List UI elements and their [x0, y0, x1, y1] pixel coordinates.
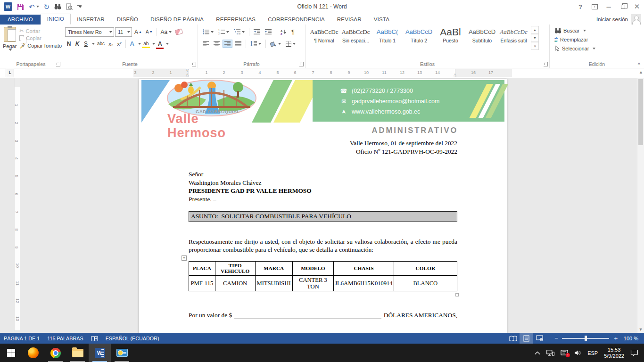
web-layout-button[interactable]: [533, 333, 546, 344]
tab-archivo[interactable]: ARCHIVO: [0, 15, 41, 25]
tab-diseno[interactable]: DISEÑO: [111, 15, 144, 25]
underline-caret-icon[interactable]: [92, 43, 95, 45]
borders-caret-icon[interactable]: [293, 43, 296, 45]
taskbar-word[interactable]: W: [89, 344, 111, 362]
scroll-up-arrow[interactable]: ▲: [639, 70, 643, 74]
change-case-button[interactable]: Aa: [159, 28, 173, 36]
minimize-button[interactable]: ─: [602, 1, 616, 12]
cell-chasis[interactable]: JL6AMB6H15K010914: [334, 275, 394, 291]
table-move-handle[interactable]: [182, 255, 187, 261]
cell-color[interactable]: BLANCO: [394, 275, 457, 291]
zoom-out-button[interactable]: −: [554, 335, 558, 341]
numbering-button[interactable]: 12: [216, 28, 231, 36]
style-titulo-1[interactable]: AaBbC(Título 1: [372, 26, 403, 50]
taskbar-chrome[interactable]: [44, 344, 66, 362]
multilevel-caret-icon[interactable]: [242, 31, 245, 33]
close-button[interactable]: ✕: [630, 1, 644, 12]
bold-button[interactable]: N: [65, 40, 73, 48]
action-center-button[interactable]: [630, 349, 638, 356]
vertical-scrollbar[interactable]: ▼: [637, 78, 644, 333]
styles-scroll-up-button[interactable]: ▲: [531, 26, 539, 34]
paste-button[interactable]: Pegar: [3, 26, 17, 60]
cell-marca[interactable]: MITSUBISHI: [255, 275, 292, 291]
cell-modelo[interactable]: CANTER 3 TON: [292, 275, 334, 291]
tab-correspondencia[interactable]: CORRESPONDENCIA: [262, 15, 331, 25]
align-right-button[interactable]: [223, 40, 232, 48]
taskbar-firefox[interactable]: [22, 344, 44, 362]
estilos-dialog-launcher[interactable]: [544, 62, 548, 66]
paste-caret-icon[interactable]: [9, 49, 12, 51]
header-tipo-vehiculo[interactable]: TIPO VEHICULO: [215, 261, 255, 275]
underline-button[interactable]: S: [82, 40, 90, 48]
collapse-ribbon-button[interactable]: ^: [638, 62, 640, 66]
text-effects-button[interactable]: A: [128, 40, 136, 48]
tab-stop-selector[interactable]: L: [6, 69, 14, 77]
tab-referencias[interactable]: REFERENCIAS: [210, 15, 262, 25]
font-color-caret-icon[interactable]: [166, 43, 169, 45]
cut-button[interactable]: ✂Cortar: [19, 28, 62, 34]
copy-button[interactable]: Copiar: [19, 35, 62, 41]
sign-in[interactable]: Iniciar sesión: [596, 14, 644, 25]
style-normal[interactable]: AaBbCcDc¶ Normal: [308, 26, 340, 50]
styles-more-button[interactable]: ⊽: [531, 42, 539, 50]
select-caret-icon[interactable]: [593, 48, 595, 49]
text-effects-caret-icon[interactable]: [138, 43, 141, 45]
replace-button[interactable]: abac Reemplazar: [554, 35, 642, 44]
clock[interactable]: 15:53 5/9/2022: [604, 347, 624, 359]
header-color[interactable]: COLOR: [394, 261, 457, 275]
style-sin-espaciado[interactable]: AaBbCcDcSin espaci...: [340, 26, 372, 50]
tab-revisar[interactable]: REVISAR: [331, 15, 368, 25]
proofing-status[interactable]: [87, 333, 102, 344]
zoom-in-button[interactable]: ＋: [613, 335, 619, 341]
numbering-caret-icon[interactable]: [226, 31, 229, 33]
italic-button[interactable]: K: [74, 40, 81, 48]
highlight-caret-icon[interactable]: [152, 43, 155, 45]
styles-scroll-down-button[interactable]: ▼: [531, 34, 539, 42]
tab-insertar[interactable]: INSERTAR: [71, 15, 111, 25]
keyboard-language[interactable]: ESP: [587, 350, 598, 356]
tray-expand-button[interactable]: [535, 351, 540, 355]
grow-font-button[interactable]: A▲: [133, 28, 143, 36]
document-page[interactable]: GAD PARROQUIAL Valle Hermoso ☎(02)277322…: [139, 79, 507, 333]
language-indicator[interactable]: ESPAÑOL (ECUADOR): [102, 333, 163, 344]
bullets-caret-icon[interactable]: [211, 31, 214, 33]
bullets-button[interactable]: [201, 28, 215, 36]
first-line-indent-marker[interactable]: ▽: [186, 68, 189, 72]
clear-formatting-button[interactable]: [174, 29, 184, 35]
sort-button[interactable]: AZ: [279, 28, 289, 36]
start-button[interactable]: [0, 344, 22, 362]
scrollbar-thumb[interactable]: [638, 79, 643, 145]
notification-badge-icon[interactable]: [561, 350, 568, 356]
taskbar-file-explorer[interactable]: [66, 344, 89, 362]
shading-button[interactable]: [268, 40, 283, 48]
header-chasis[interactable]: CHASIS: [334, 261, 394, 275]
fuente-dialog-launcher[interactable]: [192, 62, 196, 66]
superscript-button[interactable]: x²: [116, 41, 123, 47]
subscript-button[interactable]: x₂: [107, 41, 115, 47]
zoom-thumb[interactable]: [585, 336, 587, 341]
tab-diseno-de-pagina[interactable]: DISEÑO DE PÁGINA: [144, 15, 210, 25]
parrafo-dialog-launcher[interactable]: [299, 62, 304, 66]
ribbon-display-options-button[interactable]: ↑: [587, 1, 602, 12]
strikethrough-button[interactable]: abc: [96, 41, 106, 47]
vertical-ruler[interactable]: 1 2 3 4 5 6 7 8 9 10 11 12 13: [14, 78, 20, 331]
page-indicator[interactable]: PÁGINA 1 DE 1: [0, 333, 43, 344]
header-placa[interactable]: PLACA: [189, 261, 215, 275]
taskbar-control-panel[interactable]: [111, 344, 133, 362]
horizontal-ruler[interactable]: 3 2 1 1 2 3 4 5 6 7 8 9 10 11 12 13 14 1…: [133, 69, 512, 77]
find-button[interactable]: Buscar: [554, 26, 642, 35]
cell-placa[interactable]: PMF-115: [189, 275, 215, 291]
style-enfasis-sutil[interactable]: AaBbCcDcÉnfasis sutil: [498, 26, 529, 50]
font-family-combobox[interactable]: Times New Ro: [65, 27, 114, 37]
volume-icon[interactable]: [574, 350, 581, 356]
word-count[interactable]: 115 PALABRAS: [43, 333, 87, 344]
header-modelo[interactable]: MODELO: [292, 261, 334, 275]
show-marks-button[interactable]: ¶: [289, 27, 297, 37]
tab-vista[interactable]: VISTA: [368, 15, 396, 25]
borders-button[interactable]: [284, 40, 297, 48]
right-indent-marker[interactable]: △: [454, 73, 456, 77]
style-puesto[interactable]: AaBlPuesto: [435, 26, 466, 50]
align-center-button[interactable]: [212, 40, 222, 48]
table-resize-handle[interactable]: [455, 293, 459, 296]
restore-button[interactable]: [616, 1, 630, 12]
